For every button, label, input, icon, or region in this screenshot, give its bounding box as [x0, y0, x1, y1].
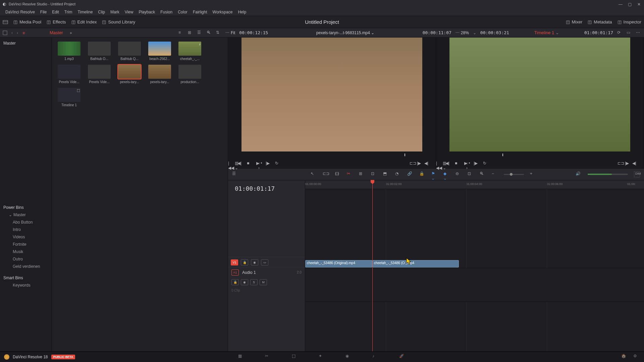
media-clip[interactable]: Bathtub Q...	[116, 42, 143, 61]
source-jump-start-icon[interactable]: |◀◀	[228, 161, 233, 166]
link-icon[interactable]: 🔗	[407, 171, 413, 177]
edit-index-button[interactable]: ◫Edit Index	[71, 19, 97, 24]
media-thumbnail[interactable]	[178, 65, 201, 79]
menu-file[interactable]: File	[38, 10, 49, 14]
video-frame-icon[interactable]: ▭	[261, 259, 268, 265]
fairlight-page-icon[interactable]: ♪	[372, 354, 379, 360]
menu-mark[interactable]: Mark	[108, 10, 122, 14]
power-bin-item[interactable]: Fortnite	[3, 241, 48, 248]
power-bin-item[interactable]: Videos	[3, 233, 48, 241]
audio-lock-icon[interactable]: 🔒	[231, 279, 239, 285]
timeline-view-options-icon[interactable]: ☰	[232, 171, 238, 177]
menu-fairlight[interactable]: Fairlight	[190, 10, 210, 14]
timeline-clip[interactable]: cheetah_-_53486 (O ).mp4	[372, 260, 459, 267]
timeline-viewer-image[interactable]	[449, 38, 630, 152]
cut-page-icon[interactable]: ✂	[265, 354, 272, 360]
video-track-header[interactable]: V1 🔒 ◉ ▭	[228, 257, 305, 267]
single-viewer-icon[interactable]: ▭	[627, 30, 632, 36]
expand-button[interactable]	[3, 19, 8, 25]
media-thumbnail[interactable]: ♪	[178, 42, 201, 56]
source-out-icon[interactable]: ◀|	[424, 161, 429, 166]
media-thumbnail[interactable]	[88, 42, 111, 56]
menu-view[interactable]: View	[122, 10, 136, 14]
search-icon[interactable]: 🔍︎	[207, 30, 212, 36]
selection-tool-icon[interactable]: ↖	[311, 171, 317, 177]
zoom-minus-icon[interactable]: −	[492, 171, 498, 177]
media-pool-button[interactable]: ◫Media Pool	[13, 19, 41, 24]
volume-icon[interactable]: 🔊	[576, 171, 582, 177]
audio-track-lane[interactable]	[305, 268, 644, 302]
master-bin-heading[interactable]: Master	[3, 40, 48, 47]
close-button[interactable]: ✕	[637, 2, 641, 6]
nav-back-button[interactable]: ‹	[11, 31, 13, 35]
source-scrubber[interactable]	[228, 152, 436, 158]
timeline-clip[interactable]: cheetah_-_53486 (Original).mp4	[305, 260, 372, 267]
media-thumbnail[interactable]	[58, 42, 80, 56]
source-viewer-image[interactable]	[241, 38, 422, 152]
media-thumbnail[interactable]	[118, 65, 141, 79]
smart-bin-item[interactable]: Keywords	[3, 282, 48, 289]
video-track-lane[interactable]: cheetah_-_53486 (Original).mp4cheetah_-_…	[305, 259, 644, 268]
metadata-button[interactable]: ◫Metadata	[588, 19, 612, 24]
media-clip[interactable]: production...	[177, 65, 203, 84]
media-clip[interactable]: Pexels Vide...	[86, 65, 112, 84]
timeline-ruler[interactable]: 01:00:00:0001:00:02:0001:00:04:0001:00:0…	[305, 180, 644, 189]
source-in-icon[interactable]: |▶	[417, 161, 422, 166]
menu-playback[interactable]: Playback	[136, 10, 158, 14]
settings-icon[interactable]: ⚙	[633, 354, 640, 360]
media-clip[interactable]: Pexels Vide...	[56, 65, 82, 84]
home-icon[interactable]: ⚹	[22, 31, 25, 35]
replace-icon[interactable]: ⬒	[383, 171, 389, 177]
source-match-frame-icon[interactable]: ‹ • ›	[258, 161, 263, 166]
zoom-out-icon[interactable]: ⊖	[455, 171, 462, 177]
audio-solo-button[interactable]: S	[250, 279, 258, 285]
timeline-options-icon[interactable]: ⋯	[636, 30, 641, 36]
color-page-icon[interactable]: ◉	[345, 354, 352, 360]
blade-tool-icon[interactable]: ✂	[347, 171, 353, 177]
media-page-icon[interactable]: ▦	[238, 354, 245, 360]
playhead[interactable]	[372, 180, 373, 351]
maximize-button[interactable]: ▢	[628, 2, 632, 6]
menu-clip[interactable]: Clip	[95, 10, 108, 14]
timeline-mark-icon[interactable]: ⊏⊐	[618, 161, 622, 166]
video-enable-icon[interactable]: ◉	[251, 259, 258, 265]
media-clip[interactable]: ⬚Timeline 1	[56, 88, 82, 107]
zoom-fit-icon[interactable]: ⊡	[468, 171, 474, 177]
menu-help[interactable]: Help	[235, 10, 249, 14]
source-step-fwd-icon[interactable]: |▶	[266, 161, 270, 166]
timeline-scrubber[interactable]	[436, 152, 644, 158]
timeline-jump-start-icon[interactable]: |◀◀	[436, 161, 441, 166]
timeline-name-dropdown[interactable]: Timeline 1 ⌄	[513, 30, 580, 35]
home-icon[interactable]: 🏠	[621, 354, 628, 360]
thumb-view-icon[interactable]: ⊞	[188, 30, 193, 36]
timeline-display-mode-icon[interactable]: ▥ ⌄	[443, 161, 447, 166]
power-bin-item[interactable]: Outro	[3, 255, 48, 263]
mixer-button[interactable]: ◫Mixer	[566, 19, 583, 24]
bypass-icon[interactable]: ⟳	[617, 30, 623, 36]
dim-button[interactable]: DIM	[634, 171, 640, 177]
effects-button[interactable]: ◫Effects	[47, 19, 66, 24]
media-thumbnail[interactable]: ⬚	[58, 88, 80, 102]
menu-workspace[interactable]: Workspace	[210, 10, 235, 14]
timeline-canvas[interactable]: 01:00:00:0001:00:02:0001:00:04:0001:00:0…	[305, 180, 644, 351]
trim-tool-icon[interactable]: ⊏⊐	[323, 171, 329, 177]
options-icon[interactable]: ⋯	[225, 30, 231, 36]
volume-slider[interactable]	[588, 174, 628, 175]
audio-track-header[interactable]: A1 Audio 1 2.0	[228, 267, 305, 277]
source-fit-label[interactable]: Fit	[231, 31, 235, 35]
media-clip[interactable]: 1.mp3	[56, 42, 82, 61]
zoom-slider[interactable]	[504, 174, 524, 175]
sound-library-button[interactable]: ◫Sound Library	[102, 19, 135, 24]
media-thumbnail[interactable]	[148, 42, 171, 56]
lock-icon[interactable]: 🔒	[419, 171, 425, 177]
source-mark-icon[interactable]: ⊏⊐	[410, 161, 414, 166]
media-thumbnail[interactable]	[148, 65, 171, 79]
media-thumbnail[interactable]	[58, 65, 80, 79]
bin-view-icon[interactable]	[3, 31, 7, 35]
video-lock-icon[interactable]: 🔒	[241, 259, 248, 265]
audio-enable-icon[interactable]: ◉	[241, 279, 248, 285]
media-clip[interactable]: pexels-tary...	[147, 65, 173, 84]
nav-forward-button[interactable]: ›	[17, 31, 18, 35]
fusion-page-icon[interactable]: ✦	[319, 354, 325, 360]
inspector-button[interactable]: ◫Inspector	[618, 19, 641, 24]
